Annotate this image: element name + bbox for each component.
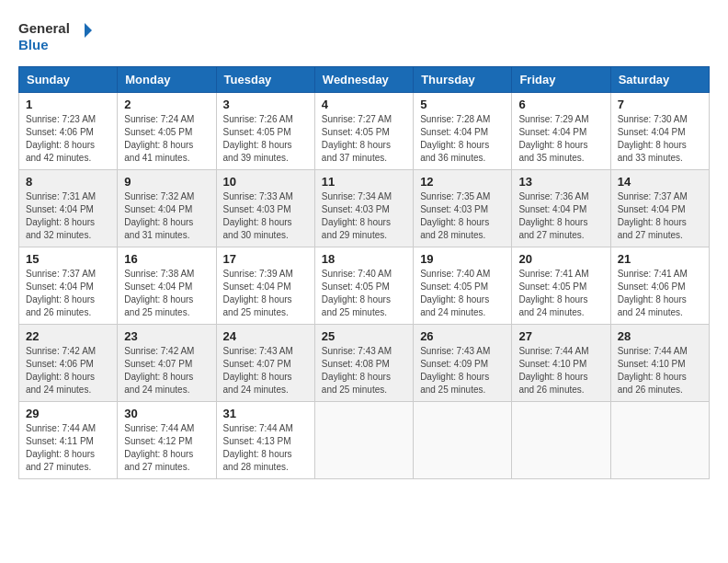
day-info: Sunrise: 7:27 AMSunset: 4:05 PMDaylight:… [322,113,406,165]
calendar-cell: 30Sunrise: 7:44 AMSunset: 4:12 PMDayligh… [118,402,216,479]
day-info: Sunrise: 7:37 AMSunset: 4:04 PMDaylight:… [26,268,110,319]
day-number: 22 [26,329,110,343]
day-number: 20 [518,252,603,266]
day-info: Sunrise: 7:40 AMSunset: 4:05 PMDaylight:… [322,268,406,319]
day-number: 31 [223,407,308,420]
day-number: 29 [26,407,110,420]
day-number: 15 [26,252,110,266]
day-number: 2 [124,98,209,111]
calendar-cell: 21Sunrise: 7:41 AMSunset: 4:06 PMDayligh… [610,247,709,325]
calendar-header-row: SundayMondayTuesdayWednesdayThursdayFrid… [19,67,710,93]
day-info: Sunrise: 7:31 AMSunset: 4:04 PMDaylight:… [26,190,110,242]
calendar-week-row: 8Sunrise: 7:31 AMSunset: 4:04 PMDaylight… [19,170,710,247]
day-info: Sunrise: 7:43 AMSunset: 4:07 PMDaylight:… [223,345,308,396]
day-number: 21 [618,252,702,266]
calendar-cell: 17Sunrise: 7:39 AMSunset: 4:04 PMDayligh… [216,247,314,325]
day-info: Sunrise: 7:44 AMSunset: 4:11 PMDaylight:… [26,422,110,474]
day-number: 13 [518,175,603,189]
col-header-tuesday: Tuesday [216,67,314,93]
day-info: Sunrise: 7:44 AMSunset: 4:13 PMDaylight:… [223,422,308,474]
calendar-cell: 9Sunrise: 7:32 AMSunset: 4:04 PMDaylight… [118,170,216,247]
day-number: 5 [420,98,505,111]
header: General Blue [18,18,710,57]
calendar-cell: 15Sunrise: 7:37 AMSunset: 4:04 PMDayligh… [19,247,118,325]
day-number: 6 [518,98,603,111]
calendar-cell [512,402,610,479]
day-number: 8 [26,175,110,189]
day-info: Sunrise: 7:42 AMSunset: 4:07 PMDaylight:… [124,345,209,396]
calendar-cell: 10Sunrise: 7:33 AMSunset: 4:03 PMDayligh… [216,170,314,247]
calendar-week-row: 22Sunrise: 7:42 AMSunset: 4:06 PMDayligh… [19,325,710,402]
calendar-cell: 16Sunrise: 7:38 AMSunset: 4:04 PMDayligh… [118,247,216,325]
col-header-monday: Monday [118,67,216,93]
day-number: 27 [518,329,603,343]
logo-svg: General Blue [18,18,92,57]
day-number: 4 [322,98,406,111]
svg-marker-2 [85,23,92,38]
day-info: Sunrise: 7:39 AMSunset: 4:04 PMDaylight:… [223,268,308,319]
calendar-cell: 11Sunrise: 7:34 AMSunset: 4:03 PMDayligh… [314,170,413,247]
day-number: 3 [223,98,308,111]
calendar-cell: 14Sunrise: 7:37 AMSunset: 4:04 PMDayligh… [610,170,709,247]
day-info: Sunrise: 7:42 AMSunset: 4:06 PMDaylight:… [26,345,110,396]
day-number: 18 [322,252,406,266]
calendar-cell: 12Sunrise: 7:35 AMSunset: 4:03 PMDayligh… [414,170,512,247]
calendar-cell: 1Sunrise: 7:23 AMSunset: 4:06 PMDaylight… [19,93,118,170]
calendar-cell: 23Sunrise: 7:42 AMSunset: 4:07 PMDayligh… [118,325,216,402]
col-header-wednesday: Wednesday [314,67,413,93]
calendar-cell: 27Sunrise: 7:44 AMSunset: 4:10 PMDayligh… [512,325,610,402]
calendar-cell: 6Sunrise: 7:29 AMSunset: 4:04 PMDaylight… [512,93,610,170]
calendar-cell: 4Sunrise: 7:27 AMSunset: 4:05 PMDaylight… [314,93,413,170]
day-info: Sunrise: 7:34 AMSunset: 4:03 PMDaylight:… [322,190,406,242]
day-number: 12 [420,175,505,189]
calendar-cell: 20Sunrise: 7:41 AMSunset: 4:05 PMDayligh… [512,247,610,325]
day-number: 30 [124,407,209,420]
day-number: 25 [322,329,406,343]
day-info: Sunrise: 7:37 AMSunset: 4:04 PMDaylight:… [618,190,702,242]
day-info: Sunrise: 7:43 AMSunset: 4:09 PMDaylight:… [420,345,505,396]
day-number: 17 [223,252,308,266]
calendar-cell: 2Sunrise: 7:24 AMSunset: 4:05 PMDaylight… [118,93,216,170]
calendar-cell [610,402,709,479]
calendar-cell: 18Sunrise: 7:40 AMSunset: 4:05 PMDayligh… [314,247,413,325]
calendar-cell: 22Sunrise: 7:42 AMSunset: 4:06 PMDayligh… [19,325,118,402]
calendar-cell: 26Sunrise: 7:43 AMSunset: 4:09 PMDayligh… [414,325,512,402]
calendar-cell: 31Sunrise: 7:44 AMSunset: 4:13 PMDayligh… [216,402,314,479]
day-info: Sunrise: 7:23 AMSunset: 4:06 PMDaylight:… [26,113,110,165]
svg-text:General: General [18,20,70,36]
col-header-sunday: Sunday [19,67,118,93]
calendar-cell: 13Sunrise: 7:36 AMSunset: 4:04 PMDayligh… [512,170,610,247]
calendar-week-row: 1Sunrise: 7:23 AMSunset: 4:06 PMDaylight… [19,93,710,170]
day-info: Sunrise: 7:41 AMSunset: 4:06 PMDaylight:… [618,268,702,319]
calendar-cell: 7Sunrise: 7:30 AMSunset: 4:04 PMDaylight… [610,93,709,170]
day-number: 10 [223,175,308,189]
calendar-cell: 24Sunrise: 7:43 AMSunset: 4:07 PMDayligh… [216,325,314,402]
day-info: Sunrise: 7:44 AMSunset: 4:10 PMDaylight:… [618,345,702,396]
calendar-cell: 3Sunrise: 7:26 AMSunset: 4:05 PMDaylight… [216,93,314,170]
calendar-cell [314,402,413,479]
svg-text:Blue: Blue [18,37,49,52]
day-info: Sunrise: 7:24 AMSunset: 4:05 PMDaylight:… [124,113,209,165]
day-number: 23 [124,329,209,343]
calendar-cell: 5Sunrise: 7:28 AMSunset: 4:04 PMDaylight… [414,93,512,170]
calendar-cell: 29Sunrise: 7:44 AMSunset: 4:11 PMDayligh… [19,402,118,479]
calendar-cell: 19Sunrise: 7:40 AMSunset: 4:05 PMDayligh… [414,247,512,325]
day-number: 11 [322,175,406,189]
day-info: Sunrise: 7:33 AMSunset: 4:03 PMDaylight:… [223,190,308,242]
day-info: Sunrise: 7:29 AMSunset: 4:04 PMDaylight:… [518,113,603,165]
calendar-cell: 8Sunrise: 7:31 AMSunset: 4:04 PMDaylight… [19,170,118,247]
day-info: Sunrise: 7:26 AMSunset: 4:05 PMDaylight:… [223,113,308,165]
calendar-table: SundayMondayTuesdayWednesdayThursdayFrid… [18,66,710,479]
day-info: Sunrise: 7:28 AMSunset: 4:04 PMDaylight:… [420,113,505,165]
day-info: Sunrise: 7:44 AMSunset: 4:10 PMDaylight:… [518,345,603,396]
day-number: 26 [420,329,505,343]
day-info: Sunrise: 7:40 AMSunset: 4:05 PMDaylight:… [420,268,505,319]
day-info: Sunrise: 7:44 AMSunset: 4:12 PMDaylight:… [124,422,209,474]
calendar-cell: 25Sunrise: 7:43 AMSunset: 4:08 PMDayligh… [314,325,413,402]
day-info: Sunrise: 7:36 AMSunset: 4:04 PMDaylight:… [518,190,603,242]
day-info: Sunrise: 7:32 AMSunset: 4:04 PMDaylight:… [124,190,209,242]
day-number: 1 [26,98,110,111]
calendar-week-row: 15Sunrise: 7:37 AMSunset: 4:04 PMDayligh… [19,247,710,325]
logo: General Blue [18,18,92,57]
col-header-saturday: Saturday [610,67,709,93]
